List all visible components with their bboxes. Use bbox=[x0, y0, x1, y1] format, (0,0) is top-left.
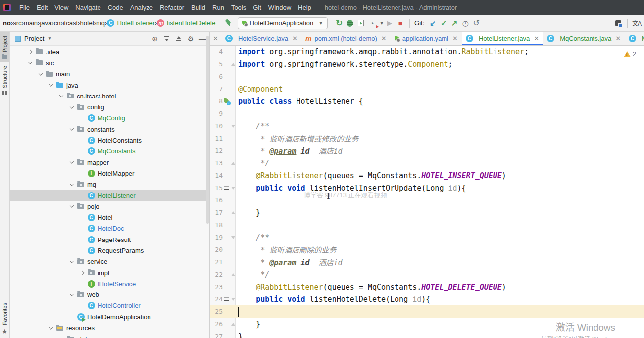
tree-arrow-slot[interactable] bbox=[26, 61, 35, 64]
fold-marker-slot[interactable] bbox=[230, 323, 236, 326]
breadcrumb-item-itcast[interactable]: itcast bbox=[63, 19, 78, 27]
tree-item-pojo[interactable]: pojo bbox=[10, 201, 209, 212]
tree-item-HotelConstants[interactable]: CHotelConstants bbox=[10, 135, 209, 145]
code-line-10[interactable]: 10 /** bbox=[210, 120, 644, 132]
code-text[interactable]: } bbox=[236, 208, 260, 217]
tree-item-HotelController[interactable]: CHotelController bbox=[10, 300, 209, 311]
tree-item-MqConfig[interactable]: CMqConfig bbox=[10, 113, 209, 124]
breadcrumb-item-mq[interactable]: mq bbox=[96, 19, 105, 27]
code-line-23[interactable]: 23 @RabbitListener(queues = MqConstants.… bbox=[210, 281, 644, 293]
tree-item-resources[interactable]: resources bbox=[10, 322, 209, 333]
code-text[interactable]: } bbox=[236, 320, 260, 329]
tree-item-mapper[interactable]: mapper bbox=[10, 157, 209, 168]
tree-arrow-slot[interactable] bbox=[57, 95, 66, 97]
stop-button[interactable]: ■ bbox=[395, 18, 406, 29]
collapse-all-button[interactable] bbox=[174, 34, 184, 44]
code-text[interactable] bbox=[236, 307, 239, 317]
tree-item-constants[interactable]: constants bbox=[10, 124, 209, 135]
tree-arrow-slot[interactable] bbox=[67, 205, 76, 208]
breadcrumb-item-cn[interactable]: cn bbox=[54, 19, 61, 27]
code-line-6[interactable]: 6 bbox=[210, 70, 644, 83]
tree-item-HotelMapper[interactable]: IHotelMapper bbox=[10, 168, 209, 179]
fold-marker-slot[interactable] bbox=[230, 236, 236, 239]
breadcrumb-item-HotelListener[interactable]: CHotelListener bbox=[107, 19, 155, 27]
push-button[interactable]: ↗ bbox=[449, 18, 460, 29]
tree-arrow-slot[interactable] bbox=[47, 84, 55, 87]
run-configuration-select[interactable]: HotelDemoApplication ▼ bbox=[238, 17, 328, 29]
menu-navigate[interactable]: Navigate bbox=[72, 4, 104, 11]
tree-item-MqConstants[interactable]: CMqConstants bbox=[10, 146, 209, 157]
tree-arrow-slot[interactable] bbox=[47, 327, 55, 330]
tab-close-icon[interactable]: ✕ bbox=[534, 35, 539, 42]
tree-item-config[interactable]: config bbox=[10, 101, 209, 112]
patch-button[interactable] bbox=[613, 18, 624, 29]
tab-application-yaml[interactable]: application.yaml✕ bbox=[391, 32, 462, 45]
fold-marker-slot[interactable] bbox=[230, 273, 236, 276]
tree-item-src[interactable]: src bbox=[10, 57, 209, 68]
code-text[interactable]: @RabbitListener(queues = MqConstants.HOT… bbox=[236, 283, 506, 291]
fold-marker-slot[interactable] bbox=[230, 187, 236, 190]
profiler-button[interactable]: ◔ bbox=[366, 18, 377, 29]
code-text[interactable]: */ bbox=[236, 270, 269, 279]
code-line-16[interactable]: 16 bbox=[210, 194, 644, 206]
code-text[interactable]: } bbox=[236, 332, 243, 338]
chevron-down-icon[interactable]: ▼ bbox=[47, 36, 52, 41]
tree-arrow-slot[interactable] bbox=[78, 271, 87, 274]
code-line-9[interactable]: 9 bbox=[210, 107, 644, 120]
code-editor[interactable]: 4import org.springframework.amqp.rabbit.… bbox=[210, 46, 644, 338]
code-text[interactable]: /** bbox=[236, 233, 269, 242]
fold-marker-slot[interactable] bbox=[230, 125, 236, 128]
tree-item-PageResult[interactable]: CPageResult bbox=[10, 234, 209, 245]
menu-run[interactable]: Run bbox=[209, 4, 228, 11]
tab-mq[interactable]: CMq✕ bbox=[625, 32, 644, 45]
code-text[interactable]: @Component bbox=[236, 85, 283, 94]
coverage-button[interactable] bbox=[355, 18, 366, 29]
menu-help[interactable]: Help bbox=[295, 4, 315, 11]
history-button[interactable]: ◷ bbox=[460, 18, 471, 29]
gutter-icon-slot[interactable] bbox=[223, 186, 230, 191]
menu-code[interactable]: Code bbox=[104, 4, 127, 11]
breadcrumb-item-main[interactable]: main bbox=[24, 19, 38, 27]
commit-button[interactable]: ✓ bbox=[438, 18, 449, 29]
tab-mqconstants-java[interactable]: CMqConstants.java✕ bbox=[543, 32, 625, 45]
tree-arrow-slot[interactable] bbox=[26, 50, 35, 53]
tree-item-mq[interactable]: mq bbox=[10, 179, 209, 190]
tree-item-web[interactable]: web bbox=[10, 290, 209, 300]
tree-arrow-slot[interactable] bbox=[67, 183, 76, 186]
tab-close-icon[interactable]: ✕ bbox=[381, 35, 387, 42]
code-text[interactable]: /** bbox=[236, 122, 269, 131]
code-text[interactable]: */ bbox=[236, 159, 269, 168]
tree-arrow-slot[interactable] bbox=[67, 106, 76, 109]
breadcrumb-item-hotel[interactable]: hotel bbox=[80, 19, 94, 27]
tree-item-IHotelService[interactable]: IIHotelService bbox=[10, 278, 209, 289]
fold-marker-slot[interactable] bbox=[230, 211, 236, 214]
tree-item-java[interactable]: java bbox=[10, 80, 209, 91]
tree-item-service[interactable]: service bbox=[10, 256, 209, 267]
tree-scrollbar[interactable] bbox=[206, 36, 209, 224]
breadcrumb-item-listenHotelDelete[interactable]: mlistenHotelDelete bbox=[157, 19, 215, 27]
tab-hotellistener-java[interactable]: CHotelListener.java✕ bbox=[462, 32, 543, 45]
tree-item-Hotel[interactable]: CHotel bbox=[10, 212, 209, 223]
debug-button[interactable] bbox=[345, 18, 355, 29]
code-line-22[interactable]: 22 */ bbox=[210, 268, 644, 281]
fold-marker-slot[interactable] bbox=[230, 63, 236, 66]
build-hammer-icon[interactable] bbox=[224, 19, 233, 28]
rollback-button[interactable]: ↺ bbox=[471, 18, 482, 29]
translate-button[interactable]: 文A bbox=[631, 18, 642, 29]
code-line-11[interactable]: 11 * 监听酒店新增或修改的业务 bbox=[210, 132, 644, 145]
gutter-icon-slot[interactable] bbox=[223, 297, 230, 302]
tree-item-.idea[interactable]: .idea bbox=[10, 47, 209, 57]
code-line-12[interactable]: 12 * @param id 酒店id bbox=[210, 145, 644, 157]
code-line-7[interactable]: 7@Component bbox=[210, 83, 644, 95]
tool-button-favorites[interactable]: Favorites ★ bbox=[0, 299, 9, 338]
tab-close-icon[interactable]: ✕ bbox=[615, 35, 621, 42]
code-text[interactable]: import org.springframework.amqp.rabbit.a… bbox=[236, 48, 529, 56]
fold-marker-slot[interactable] bbox=[230, 162, 236, 165]
fold-marker-slot[interactable] bbox=[230, 298, 236, 301]
menu-refactor[interactable]: Refactor bbox=[156, 4, 188, 11]
code-line-25[interactable]: 25 bbox=[210, 305, 644, 318]
code-line-8[interactable]: 8public class HotelListener { bbox=[210, 95, 644, 107]
tool-button-structure[interactable]: Structure bbox=[0, 62, 9, 98]
tree-arrow-slot[interactable] bbox=[67, 161, 76, 164]
menu-tools[interactable]: Tools bbox=[228, 4, 249, 11]
